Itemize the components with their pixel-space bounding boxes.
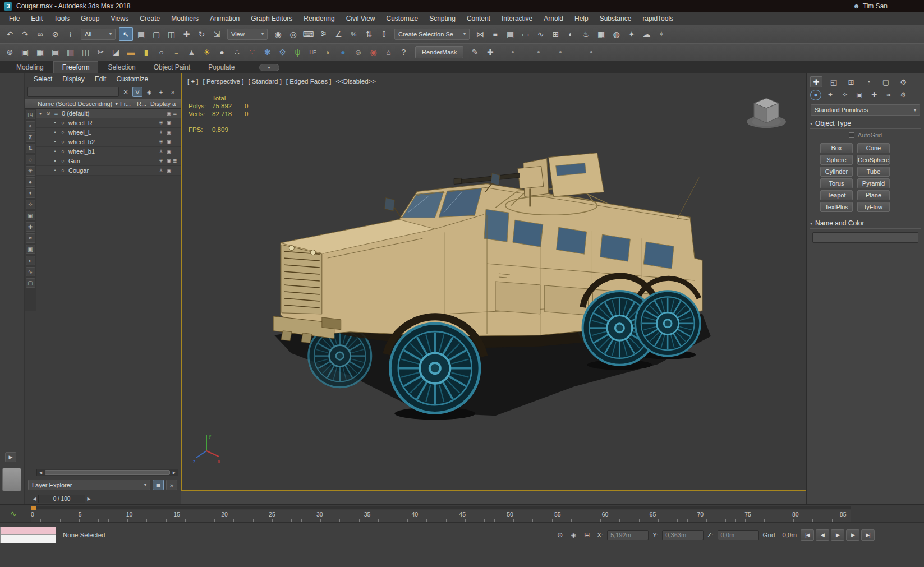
primitive-button[interactable]: Sphere — [820, 155, 853, 165]
menu-item[interactable]: Tools — [48, 13, 75, 24]
primitive-button[interactable]: Cylinder — [820, 167, 853, 177]
primitive-button[interactable]: Cone — [857, 143, 890, 153]
frozen-column-icon[interactable]: ✳ — [157, 139, 165, 145]
primitive-button[interactable]: Teapot — [820, 190, 853, 200]
freeze-toggle-icon[interactable]: ○ — [59, 168, 67, 173]
use-pivot-center-icon[interactable]: ◉ — [271, 27, 285, 41]
named-selection-dropdown[interactable]: Create Selection Se ▾ — [394, 29, 470, 40]
angle-snap-icon[interactable]: ∠ — [332, 27, 346, 41]
primitive-button[interactable]: TextPlus — [820, 202, 853, 212]
play-button[interactable]: ▶ — [831, 529, 844, 541]
spinner-snap-icon[interactable]: ⇅ — [362, 27, 376, 41]
striped-sphere-icon[interactable]: ◒ — [169, 45, 183, 59]
render-column-icon[interactable]: ▣ — [165, 110, 173, 116]
mini-curve-editor-button[interactable]: ∿ — [7, 508, 20, 519]
layer-explorer-toggle-icon[interactable]: ▤ — [503, 27, 517, 41]
rollout-object-type[interactable]: ▾ Object Type — [810, 119, 921, 129]
object-row[interactable]: • ○ wheel_R ✳ ▣ — [36, 118, 181, 128]
ribbon-toggle-icon[interactable]: ▭ — [518, 27, 532, 41]
primitive-button[interactable]: Box — [820, 143, 853, 153]
object-class-dropdown[interactable]: Standard Primitives ▾ — [811, 104, 920, 116]
reference-coordinate-dropdown[interactable]: View ▾ — [227, 29, 268, 40]
gear-icon[interactable]: ⚙ — [275, 45, 289, 59]
render-column-icon[interactable]: ▣ — [165, 139, 173, 145]
filter-funnel-icon[interactable]: ∇ — [132, 87, 142, 97]
frame-display[interactable]: 0 / 100 — [38, 495, 85, 503]
ribbon-tab[interactable]: Populate — [200, 62, 243, 73]
freeze-toggle-icon[interactable]: ○ — [59, 149, 67, 154]
render-column-icon[interactable]: ▣ — [165, 130, 173, 135]
sun-icon[interactable]: ☀ — [200, 45, 214, 59]
object-row[interactable]: • ○ wheel_b2 ✳ ▣ — [36, 137, 181, 147]
overflow-chevron-icon[interactable]: » — [168, 87, 178, 97]
circle-shape-icon[interactable]: ○ — [154, 45, 168, 59]
frozen-column-icon[interactable]: ✳ — [157, 168, 165, 173]
menu-item[interactable]: Arnold — [538, 13, 569, 24]
frozen-column-icon[interactable]: ✳ — [157, 149, 165, 154]
category-systems-icon[interactable]: ⚙ — [898, 90, 909, 100]
hide-toggle-icon[interactable]: • — [51, 158, 59, 164]
clapperboard-icon[interactable]: ◪ — [109, 45, 123, 59]
clear-search-icon[interactable]: ✕ — [121, 87, 131, 97]
explorer-mode-dropdown[interactable]: Layer Explorer ▾ — [28, 480, 150, 490]
grass-icon[interactable]: ψ — [291, 45, 305, 59]
hide-toggle-icon[interactable]: • — [51, 130, 59, 135]
blue-sphere-icon[interactable]: ● — [336, 45, 350, 59]
tab-hierarchy-icon[interactable]: ⊞ — [845, 76, 857, 87]
hide-toggle-icon[interactable]: • — [51, 168, 59, 173]
display-bones-icon[interactable]: ∿ — [26, 267, 35, 276]
hide-toggle-icon[interactable]: • — [51, 120, 59, 126]
freeze-toggle-icon[interactable]: ○ — [59, 120, 67, 126]
menu-item[interactable]: Scripting — [424, 13, 461, 24]
capsule-shape-icon[interactable]: ▮ — [139, 45, 153, 59]
populate-icon[interactable]: ☺ — [351, 45, 365, 59]
display-materials-icon[interactable]: ◐ — [26, 256, 35, 265]
explorer-mode-hierarchy-icon[interactable]: » — [166, 480, 177, 490]
select-and-rotate-icon[interactable]: ↻ — [195, 27, 209, 41]
layer-row[interactable]: ▾ ⊙ ≣ 0 (default) ▣ ≣ — [36, 109, 181, 118]
select-and-manipulate-icon[interactable]: ◎ — [286, 27, 300, 41]
select-object-icon[interactable]: ↖ — [119, 27, 133, 41]
notes-icon[interactable]: ▥ — [63, 45, 77, 59]
menu-item[interactable]: Edit — [25, 13, 48, 24]
paint-tool-icon[interactable]: ✎ — [468, 45, 482, 59]
ribbon-tab[interactable]: Modeling — [8, 62, 52, 73]
select-and-move-icon[interactable]: ✚ — [180, 27, 194, 41]
explorer-menu-item[interactable]: Select — [29, 74, 57, 84]
bind-to-spacewarp-icon[interactable]: ≀ — [63, 27, 77, 41]
viewport-general-menu[interactable]: [ + ] — [187, 78, 199, 85]
atom-icon[interactable]: ✱ — [260, 45, 274, 59]
time-slider-track[interactable] — [31, 506, 851, 509]
rendermask-button[interactable]: RenderMask — [415, 46, 463, 58]
category-cameras-icon[interactable]: ▣ — [854, 90, 865, 100]
pick-parent-icon[interactable]: ⌖ — [26, 121, 35, 131]
pin-explorer-icon[interactable]: ⊼ — [26, 132, 35, 142]
search-input[interactable] — [27, 87, 119, 97]
listener-line[interactable] — [1, 535, 56, 543]
object-row[interactable]: • ○ Cougar ✳ ▣ — [36, 166, 181, 176]
menu-item[interactable]: rapidTools — [637, 13, 679, 24]
sphere-icon[interactable]: ● — [215, 45, 229, 59]
y-coordinate-field[interactable]: 0,363m — [662, 530, 704, 540]
menu-item[interactable]: Graph Editors — [245, 13, 298, 24]
schematic-view-icon[interactable]: ⊞ — [549, 27, 563, 41]
object-row[interactable]: • ○ wheel_b1 ✳ ▣ — [36, 147, 181, 156]
display-lights-icon[interactable]: ✧ — [26, 200, 35, 209]
select-and-scale-icon[interactable]: ⇲ — [210, 27, 224, 41]
particles-icon[interactable]: ∴ — [230, 45, 244, 59]
menu-item[interactable]: Rendering — [298, 13, 340, 24]
perspective-viewport[interactable]: [ + ] [ Perspective ] [ Standard ] [ Edg… — [181, 73, 806, 491]
next-frame-button[interactable]: ▶ — [846, 529, 859, 541]
lighting-analysis-icon[interactable]: ✦ — [624, 27, 638, 41]
unlink-selection-icon[interactable]: ⊘ — [48, 27, 62, 41]
explorer-menu-item[interactable]: Customize — [112, 74, 153, 84]
ribbon-tab[interactable]: Freeform — [53, 61, 99, 73]
hair-fur-icon[interactable]: HF — [306, 45, 320, 59]
freeze-toggle-icon[interactable]: ○ — [59, 130, 67, 135]
display-frozen-icon[interactable]: ✳ — [26, 166, 35, 176]
camera-track-icon[interactable]: ◫ — [79, 45, 93, 59]
category-lights-icon[interactable]: ✧ — [839, 90, 851, 100]
curve-editor-icon[interactable]: ∿ — [534, 27, 548, 41]
menu-item[interactable]: Create — [134, 13, 166, 24]
object-name-field[interactable] — [812, 232, 918, 243]
